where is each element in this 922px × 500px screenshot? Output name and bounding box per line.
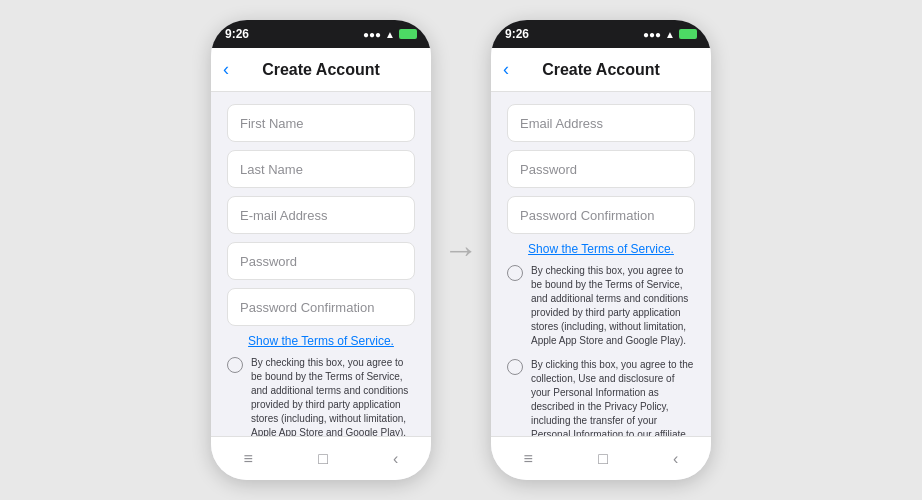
wifi-icon-1: ▲: [385, 29, 395, 40]
password-confirm-placeholder-2: Password Confirmation: [520, 208, 654, 223]
checkbox-circle-1[interactable]: [227, 357, 243, 373]
menu-icon-1[interactable]: ≡: [244, 450, 253, 468]
screen-content-1: First Name Last Name E-mail Address Pass…: [211, 92, 431, 436]
wifi-icon-2: ▲: [665, 29, 675, 40]
nav-title-1: Create Account: [262, 61, 380, 79]
email-placeholder-2: Email Address: [520, 116, 603, 131]
checkbox-privacy-2[interactable]: By clicking this box, you agree to the c…: [507, 358, 695, 436]
phone-2: 9:26 ●●● ▲ ‹ Create Account Email Addres…: [491, 20, 711, 480]
signal-icon-2: ●●●: [643, 29, 661, 40]
status-icons-1: ●●● ▲: [363, 29, 417, 40]
menu-icon-2[interactable]: ≡: [524, 450, 533, 468]
checkbox-circle-4[interactable]: [507, 359, 523, 375]
arrow-icon: →: [443, 229, 479, 271]
last-name-field[interactable]: Last Name: [227, 150, 415, 188]
email-placeholder: E-mail Address: [240, 208, 327, 223]
checkbox-text-4: By clicking this box, you agree to the c…: [531, 358, 695, 436]
time-1: 9:26: [225, 27, 249, 41]
transition-arrow: →: [431, 229, 491, 271]
home-icon-2[interactable]: □: [598, 450, 608, 468]
email-field-2[interactable]: Email Address: [507, 104, 695, 142]
nav-bar-1: ‹ Create Account: [211, 48, 431, 92]
last-name-placeholder: Last Name: [240, 162, 303, 177]
nav-title-2: Create Account: [542, 61, 660, 79]
password-placeholder-2: Password: [520, 162, 577, 177]
checkbox-terms-1[interactable]: By checking this box, you agree to be bo…: [227, 356, 415, 436]
back-nav-icon-1[interactable]: ‹: [393, 450, 398, 468]
status-icons-2: ●●● ▲: [643, 29, 697, 40]
back-button-2[interactable]: ‹: [503, 59, 509, 80]
checkbox-circle-3[interactable]: [507, 265, 523, 281]
status-bar-1: 9:26 ●●● ▲: [211, 20, 431, 48]
status-bar-2: 9:26 ●●● ▲: [491, 20, 711, 48]
password-field[interactable]: Password: [227, 242, 415, 280]
bottom-bar-1: ≡ □ ‹: [211, 436, 431, 480]
checkbox-text-3: By checking this box, you agree to be bo…: [531, 264, 695, 348]
first-name-placeholder: First Name: [240, 116, 304, 131]
email-field[interactable]: E-mail Address: [227, 196, 415, 234]
signal-icon-1: ●●●: [363, 29, 381, 40]
checkbox-terms-2[interactable]: By checking this box, you agree to be bo…: [507, 264, 695, 348]
terms-link-2[interactable]: Show the Terms of Service.: [507, 242, 695, 256]
nav-bar-2: ‹ Create Account: [491, 48, 711, 92]
battery-icon-2: [679, 29, 697, 39]
terms-link-1[interactable]: Show the Terms of Service.: [227, 334, 415, 348]
first-name-field[interactable]: First Name: [227, 104, 415, 142]
password-placeholder: Password: [240, 254, 297, 269]
back-nav-icon-2[interactable]: ‹: [673, 450, 678, 468]
back-button-1[interactable]: ‹: [223, 59, 229, 80]
bottom-bar-2: ≡ □ ‹: [491, 436, 711, 480]
home-icon-1[interactable]: □: [318, 450, 328, 468]
time-2: 9:26: [505, 27, 529, 41]
password-confirm-field[interactable]: Password Confirmation: [227, 288, 415, 326]
password-confirm-field-2[interactable]: Password Confirmation: [507, 196, 695, 234]
checkbox-text-1: By checking this box, you agree to be bo…: [251, 356, 415, 436]
battery-icon-1: [399, 29, 417, 39]
phone-1: 9:26 ●●● ▲ ‹ Create Account First Name L…: [211, 20, 431, 480]
screen-content-2: Email Address Password Password Confirma…: [491, 92, 711, 436]
password-field-2[interactable]: Password: [507, 150, 695, 188]
password-confirm-placeholder: Password Confirmation: [240, 300, 374, 315]
